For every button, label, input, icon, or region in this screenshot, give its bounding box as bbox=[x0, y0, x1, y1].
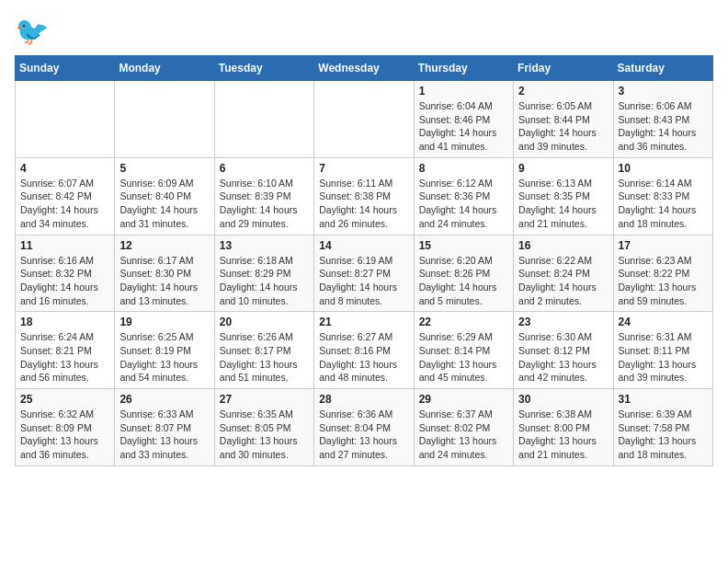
weekday-header-cell: Monday bbox=[115, 56, 214, 81]
calendar-day-cell: 15Sunrise: 6:20 AM Sunset: 8:26 PM Dayli… bbox=[414, 235, 513, 312]
day-info: Sunrise: 6:06 AM Sunset: 8:43 PM Dayligh… bbox=[619, 99, 708, 154]
day-info: Sunrise: 6:36 AM Sunset: 8:04 PM Dayligh… bbox=[319, 408, 408, 462]
logo: 🐦 bbox=[15, 15, 51, 48]
day-info: Sunrise: 6:16 AM Sunset: 8:32 PM Dayligh… bbox=[20, 254, 109, 308]
day-number: 22 bbox=[419, 316, 508, 328]
day-info: Sunrise: 6:17 AM Sunset: 8:30 PM Dayligh… bbox=[119, 254, 209, 308]
day-info: Sunrise: 6:29 AM Sunset: 8:14 PM Dayligh… bbox=[419, 330, 508, 385]
calendar-day-cell: 24Sunrise: 6:31 AM Sunset: 8:11 PM Dayli… bbox=[613, 312, 712, 389]
calendar-week-row: 18Sunrise: 6:24 AM Sunset: 8:21 PM Dayli… bbox=[16, 312, 713, 389]
day-info: Sunrise: 6:05 AM Sunset: 8:44 PM Dayligh… bbox=[518, 99, 608, 154]
day-number: 19 bbox=[119, 316, 209, 328]
day-number: 2 bbox=[518, 85, 608, 98]
calendar-day-cell: 28Sunrise: 6:36 AM Sunset: 8:04 PM Dayli… bbox=[314, 389, 414, 466]
header: 🐦 bbox=[15, 15, 713, 48]
calendar-day-cell: 30Sunrise: 6:38 AM Sunset: 8:00 PM Dayli… bbox=[514, 389, 613, 466]
day-info: Sunrise: 6:38 AM Sunset: 8:00 PM Dayligh… bbox=[518, 408, 608, 462]
day-info: Sunrise: 6:14 AM Sunset: 8:33 PM Dayligh… bbox=[619, 177, 708, 231]
calendar-week-row: 1Sunrise: 6:04 AM Sunset: 8:46 PM Daylig… bbox=[16, 81, 713, 158]
day-info: Sunrise: 6:09 AM Sunset: 8:40 PM Dayligh… bbox=[119, 177, 209, 231]
calendar-day-cell: 21Sunrise: 6:27 AM Sunset: 8:16 PM Dayli… bbox=[314, 312, 414, 389]
day-info: Sunrise: 6:35 AM Sunset: 8:05 PM Dayligh… bbox=[220, 408, 309, 462]
day-info: Sunrise: 6:26 AM Sunset: 8:17 PM Dayligh… bbox=[220, 330, 309, 385]
calendar-day-cell: 17Sunrise: 6:23 AM Sunset: 8:22 PM Dayli… bbox=[613, 235, 712, 312]
calendar-day-cell: 14Sunrise: 6:19 AM Sunset: 8:27 PM Dayli… bbox=[314, 235, 414, 312]
weekday-header-cell: Wednesday bbox=[314, 56, 414, 81]
day-info: Sunrise: 6:04 AM Sunset: 8:46 PM Dayligh… bbox=[419, 99, 508, 154]
day-number: 10 bbox=[619, 162, 708, 175]
calendar-day-cell: 16Sunrise: 6:22 AM Sunset: 8:24 PM Dayli… bbox=[514, 235, 613, 312]
calendar-day-cell: 9Sunrise: 6:13 AM Sunset: 8:35 PM Daylig… bbox=[514, 157, 613, 235]
day-number: 30 bbox=[518, 393, 608, 406]
day-info: Sunrise: 6:39 AM Sunset: 7:58 PM Dayligh… bbox=[619, 408, 708, 462]
day-number: 26 bbox=[119, 393, 209, 406]
weekday-header-cell: Thursday bbox=[414, 56, 513, 81]
calendar-day-cell: 19Sunrise: 6:25 AM Sunset: 8:19 PM Dayli… bbox=[115, 312, 214, 389]
day-number: 17 bbox=[619, 239, 708, 252]
day-info: Sunrise: 6:22 AM Sunset: 8:24 PM Dayligh… bbox=[518, 254, 608, 308]
day-info: Sunrise: 6:33 AM Sunset: 8:07 PM Dayligh… bbox=[119, 408, 209, 462]
day-info: Sunrise: 6:20 AM Sunset: 8:26 PM Dayligh… bbox=[419, 254, 508, 308]
calendar-day-cell: 29Sunrise: 6:37 AM Sunset: 8:02 PM Dayli… bbox=[414, 389, 513, 466]
day-info: Sunrise: 6:13 AM Sunset: 8:35 PM Dayligh… bbox=[518, 177, 608, 231]
weekday-header-cell: Friday bbox=[514, 56, 613, 81]
calendar-day-cell: 18Sunrise: 6:24 AM Sunset: 8:21 PM Dayli… bbox=[16, 312, 115, 389]
calendar-day-cell: 25Sunrise: 6:32 AM Sunset: 8:09 PM Dayli… bbox=[16, 389, 115, 466]
day-number: 23 bbox=[518, 316, 608, 328]
day-number: 4 bbox=[20, 162, 109, 175]
calendar-day-cell: 4Sunrise: 6:07 AM Sunset: 8:42 PM Daylig… bbox=[16, 157, 115, 235]
calendar-day-cell: 1Sunrise: 6:04 AM Sunset: 8:46 PM Daylig… bbox=[414, 81, 513, 158]
day-info: Sunrise: 6:25 AM Sunset: 8:19 PM Dayligh… bbox=[119, 330, 209, 385]
calendar-day-cell bbox=[314, 81, 414, 158]
day-number: 13 bbox=[220, 239, 309, 252]
calendar-day-cell: 10Sunrise: 6:14 AM Sunset: 8:33 PM Dayli… bbox=[613, 157, 712, 235]
day-info: Sunrise: 6:31 AM Sunset: 8:11 PM Dayligh… bbox=[619, 330, 708, 385]
day-number: 21 bbox=[319, 316, 408, 328]
weekday-header-cell: Tuesday bbox=[214, 56, 313, 81]
day-info: Sunrise: 6:11 AM Sunset: 8:38 PM Dayligh… bbox=[319, 177, 408, 231]
day-number: 24 bbox=[619, 316, 708, 328]
day-info: Sunrise: 6:32 AM Sunset: 8:09 PM Dayligh… bbox=[20, 408, 109, 462]
day-number: 27 bbox=[220, 393, 309, 406]
day-info: Sunrise: 6:19 AM Sunset: 8:27 PM Dayligh… bbox=[319, 254, 408, 308]
calendar-week-row: 11Sunrise: 6:16 AM Sunset: 8:32 PM Dayli… bbox=[16, 235, 713, 312]
day-number: 1 bbox=[419, 85, 508, 98]
day-info: Sunrise: 6:12 AM Sunset: 8:36 PM Dayligh… bbox=[419, 177, 508, 231]
day-info: Sunrise: 6:10 AM Sunset: 8:39 PM Dayligh… bbox=[220, 177, 309, 231]
calendar-day-cell: 2Sunrise: 6:05 AM Sunset: 8:44 PM Daylig… bbox=[514, 81, 613, 158]
day-number: 28 bbox=[319, 393, 408, 406]
day-number: 5 bbox=[119, 162, 209, 175]
day-number: 7 bbox=[319, 162, 408, 175]
day-number: 8 bbox=[419, 162, 508, 175]
calendar-day-cell bbox=[214, 81, 313, 158]
day-info: Sunrise: 6:30 AM Sunset: 8:12 PM Dayligh… bbox=[518, 330, 608, 385]
calendar-day-cell: 22Sunrise: 6:29 AM Sunset: 8:14 PM Dayli… bbox=[414, 312, 513, 389]
day-info: Sunrise: 6:18 AM Sunset: 8:29 PM Dayligh… bbox=[220, 254, 309, 308]
calendar-day-cell bbox=[16, 81, 115, 158]
day-number: 15 bbox=[419, 239, 508, 252]
day-info: Sunrise: 6:24 AM Sunset: 8:21 PM Dayligh… bbox=[20, 330, 109, 385]
calendar-day-cell: 3Sunrise: 6:06 AM Sunset: 8:43 PM Daylig… bbox=[613, 81, 712, 158]
calendar-day-cell bbox=[115, 81, 214, 158]
weekday-header-row: SundayMondayTuesdayWednesdayThursdayFrid… bbox=[16, 56, 713, 81]
day-number: 18 bbox=[20, 316, 109, 328]
svg-text:🐦: 🐦 bbox=[15, 15, 48, 48]
day-number: 14 bbox=[319, 239, 408, 252]
day-number: 6 bbox=[220, 162, 309, 175]
calendar-day-cell: 27Sunrise: 6:35 AM Sunset: 8:05 PM Dayli… bbox=[214, 389, 313, 466]
calendar-day-cell: 8Sunrise: 6:12 AM Sunset: 8:36 PM Daylig… bbox=[414, 157, 513, 235]
weekday-header-cell: Saturday bbox=[613, 56, 712, 81]
calendar-day-cell: 5Sunrise: 6:09 AM Sunset: 8:40 PM Daylig… bbox=[115, 157, 214, 235]
calendar-day-cell: 23Sunrise: 6:30 AM Sunset: 8:12 PM Dayli… bbox=[514, 312, 613, 389]
day-number: 25 bbox=[20, 393, 109, 406]
day-number: 3 bbox=[619, 85, 708, 98]
calendar-table: SundayMondayTuesdayWednesdayThursdayFrid… bbox=[15, 55, 713, 466]
calendar-day-cell: 11Sunrise: 6:16 AM Sunset: 8:32 PM Dayli… bbox=[16, 235, 115, 312]
day-number: 9 bbox=[518, 162, 608, 175]
day-number: 16 bbox=[518, 239, 608, 252]
day-number: 20 bbox=[220, 316, 309, 328]
calendar-day-cell: 20Sunrise: 6:26 AM Sunset: 8:17 PM Dayli… bbox=[214, 312, 313, 389]
day-number: 29 bbox=[419, 393, 508, 406]
day-info: Sunrise: 6:23 AM Sunset: 8:22 PM Dayligh… bbox=[619, 254, 708, 308]
day-info: Sunrise: 6:07 AM Sunset: 8:42 PM Dayligh… bbox=[20, 177, 109, 231]
